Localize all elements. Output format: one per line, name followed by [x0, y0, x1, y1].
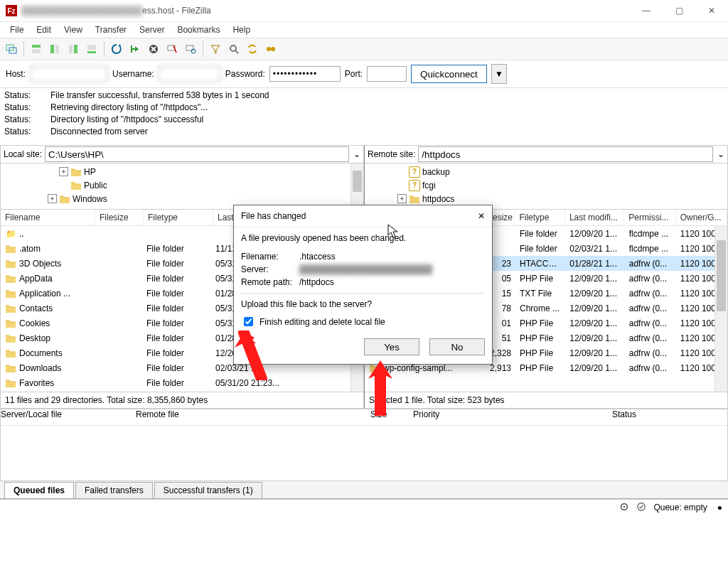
reconnect-button[interactable]: [182, 41, 199, 58]
local-path-dropdown[interactable]: ⌄: [350, 149, 363, 159]
sync-button[interactable]: [244, 41, 261, 58]
window-titlebar: Fz ████████████████████ess.host - FileZi…: [0, 0, 728, 22]
column-header[interactable]: Priority: [413, 409, 612, 425]
filter-button[interactable]: [207, 41, 224, 58]
svg-rect-8: [87, 45, 96, 50]
refresh-button[interactable]: [108, 41, 125, 58]
quickconnect-button[interactable]: Quickconnect: [411, 65, 487, 83]
password-label: Password:: [225, 69, 265, 79]
menu-transfer[interactable]: Transfer: [90, 23, 132, 37]
remote-site-label: Remote site:: [365, 149, 418, 159]
upload-question: Upload this file back to the server?: [241, 299, 485, 309]
host-input[interactable]: [30, 66, 108, 82]
process-queue-button[interactable]: [127, 41, 144, 58]
remote-path-label: Remote path:: [241, 277, 299, 287]
dialog-no-button[interactable]: No: [429, 338, 485, 355]
compare-button[interactable]: [262, 41, 279, 58]
transfer-queue: Server/Local fileRemote fileSizePriority…: [0, 409, 728, 481]
finish-editing-label: Finish editing and delete local file: [259, 317, 385, 327]
menu-help[interactable]: Help: [227, 23, 256, 37]
queue-tab[interactable]: Queued files: [4, 482, 74, 498]
local-path-input[interactable]: [45, 146, 349, 162]
queue-tabs: Queued filesFailed transfersSuccessful t…: [0, 481, 728, 499]
log-label: Status:: [4, 126, 36, 138]
tree-item[interactable]: +Windows: [2, 192, 362, 205]
queue-tab[interactable]: Failed transfers: [75, 482, 153, 498]
username-input[interactable]: [159, 66, 221, 82]
column-header[interactable]: Filetype: [144, 210, 213, 225]
toggle-local-tree-button[interactable]: [46, 41, 63, 58]
window-minimize-button[interactable]: —: [630, 0, 663, 21]
dialog-close-button[interactable]: ✕: [475, 210, 488, 222]
filename-label: Filename:: [241, 252, 299, 262]
app-icon: Fz: [6, 5, 17, 16]
svg-rect-9: [87, 51, 96, 53]
dialog-message: A file previously opened has been change…: [241, 233, 485, 243]
dialog-yes-button[interactable]: Yes: [364, 338, 419, 355]
dialog-titlebar[interactable]: File has changed ✕: [234, 205, 492, 227]
queue-status-text: Queue: empty: [653, 503, 707, 512]
filename-value: .htaccess: [299, 252, 336, 262]
remote-path-input[interactable]: [418, 146, 713, 162]
cancel-button[interactable]: [145, 41, 162, 58]
remote-path-dropdown[interactable]: ⌄: [714, 149, 727, 159]
log-label: Status:: [4, 102, 36, 114]
column-header[interactable]: Filetype: [515, 210, 564, 225]
message-log[interactable]: Status:File transfer successful, transfe…: [0, 88, 728, 146]
column-header[interactable]: Size: [370, 409, 413, 425]
local-tree-scrollbar[interactable]: [350, 163, 363, 209]
svg-rect-6: [69, 45, 73, 53]
window-maximize-button[interactable]: ▢: [663, 0, 695, 21]
column-header[interactable]: Status: [612, 409, 697, 425]
remote-list-scrollbar[interactable]: [714, 226, 727, 392]
port-input[interactable]: [367, 66, 407, 82]
menu-bookmarks[interactable]: Bookmarks: [171, 23, 225, 37]
remote-tree[interactable]: ?backup?fcgi+httpdocs: [365, 163, 727, 210]
column-header[interactable]: Remote file: [136, 409, 370, 425]
window-title: ████████████████████ess.host - FileZilla: [21, 6, 211, 16]
svg-point-18: [623, 505, 626, 507]
quickconnect-dropdown[interactable]: ▼: [491, 64, 507, 84]
settings-icon[interactable]: [619, 502, 629, 514]
column-header[interactable]: Permissi...: [624, 210, 675, 225]
tree-item[interactable]: +httpdocs: [366, 192, 726, 205]
column-header[interactable]: Last modifi...: [565, 210, 624, 225]
column-header[interactable]: Owner/G...: [676, 210, 727, 225]
file-changed-dialog: File has changed ✕ A file previously ope…: [233, 205, 493, 365]
search-button[interactable]: [225, 41, 242, 58]
disconnect-button[interactable]: [164, 41, 181, 58]
queue-tab[interactable]: Successful transfers (1): [154, 482, 262, 498]
finish-editing-checkbox[interactable]: [244, 317, 253, 326]
tree-item[interactable]: ?fcgi: [366, 178, 726, 192]
menu-view[interactable]: View: [58, 23, 88, 37]
menu-edit[interactable]: Edit: [31, 23, 57, 37]
svg-point-14: [230, 45, 236, 51]
toggle-remote-tree-button[interactable]: [65, 41, 82, 58]
tree-item[interactable]: Public: [2, 178, 362, 192]
list-item[interactable]: FavoritesFile folder05/31/20 21:23...: [1, 375, 363, 390]
svg-rect-7: [74, 45, 77, 53]
local-site-label: Local site:: [1, 149, 45, 159]
queue-header[interactable]: Server/Local fileRemote fileSizePriority…: [1, 409, 727, 426]
sitemanager-button[interactable]: [3, 41, 20, 58]
toggle-queue-button[interactable]: [83, 41, 100, 58]
menu-file[interactable]: File: [4, 23, 29, 37]
list-item[interactable]: LinksFile folder05/31/20 21:24...: [1, 390, 363, 392]
log-message: Retrieving directory listing of "/httpdo…: [50, 102, 208, 114]
password-input[interactable]: [269, 66, 341, 82]
menu-server[interactable]: Server: [134, 23, 170, 37]
queue-indicator-icon[interactable]: [636, 502, 646, 514]
svg-rect-5: [55, 45, 59, 53]
column-header[interactable]: Filesize: [95, 210, 144, 225]
tree-item[interactable]: ?backup: [366, 165, 726, 178]
toggle-log-button[interactable]: [28, 41, 45, 58]
port-label: Port:: [345, 69, 363, 79]
lock-icon[interactable]: ●: [717, 503, 722, 512]
log-message: Directory listing of "/httpdocs" success…: [50, 114, 203, 126]
tree-item[interactable]: +HP: [2, 165, 362, 178]
window-close-button[interactable]: ✕: [695, 0, 728, 21]
log-message: File transfer successful, transferred 53…: [50, 90, 269, 102]
column-header[interactable]: Server/Local file: [1, 409, 136, 425]
column-header[interactable]: Filename: [1, 210, 95, 225]
local-tree[interactable]: +HPPublic+Windows: [1, 163, 363, 210]
